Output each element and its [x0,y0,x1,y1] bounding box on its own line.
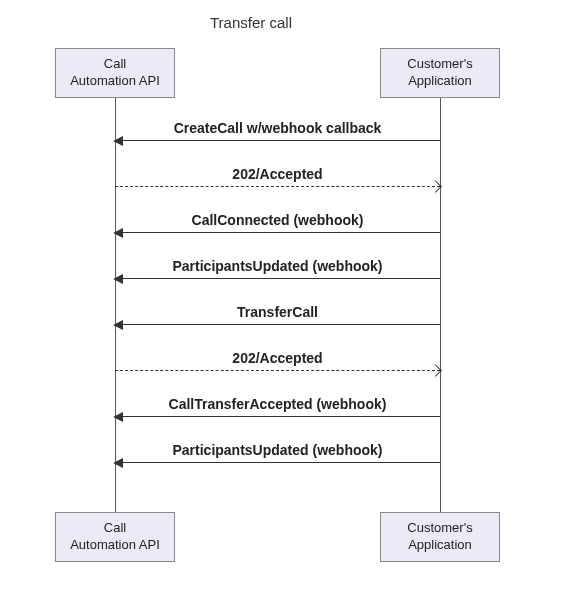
diagram-title: Transfer call [210,14,292,31]
message-line-0 [115,140,440,141]
participant-right-bottom: Customer'sApplication [380,512,500,562]
lifeline-left [115,98,116,512]
message-label-4: TransferCall [237,304,318,320]
message-line-4 [115,324,440,325]
message-label-0: CreateCall w/webhook callback [174,120,382,136]
participant-right-bottom-label: Customer'sApplication [407,520,472,554]
participant-left-top: CallAutomation API [55,48,175,98]
message-line-6 [115,416,440,417]
message-line-5 [115,370,440,371]
participant-left-bottom: CallAutomation API [55,512,175,562]
message-label-6: CallTransferAccepted (webhook) [169,396,387,412]
arrowhead-icon [113,228,123,238]
message-line-3 [115,278,440,279]
arrowhead-icon [113,458,123,468]
arrowhead-icon [113,274,123,284]
message-line-2 [115,232,440,233]
participant-left-bottom-label: CallAutomation API [70,520,160,554]
message-label-2: CallConnected (webhook) [192,212,364,228]
arrowhead-icon [113,320,123,330]
message-label-3: ParticipantsUpdated (webhook) [172,258,382,274]
message-label-5: 202/Accepted [232,350,322,366]
participant-right-top-label: Customer'sApplication [407,56,472,90]
lifeline-right [440,98,441,512]
participant-left-top-label: CallAutomation API [70,56,160,90]
participant-right-top: Customer'sApplication [380,48,500,98]
message-label-1: 202/Accepted [232,166,322,182]
arrowhead-icon [113,136,123,146]
arrowhead-icon [113,412,123,422]
message-line-1 [115,186,440,187]
message-label-7: ParticipantsUpdated (webhook) [172,442,382,458]
message-line-7 [115,462,440,463]
